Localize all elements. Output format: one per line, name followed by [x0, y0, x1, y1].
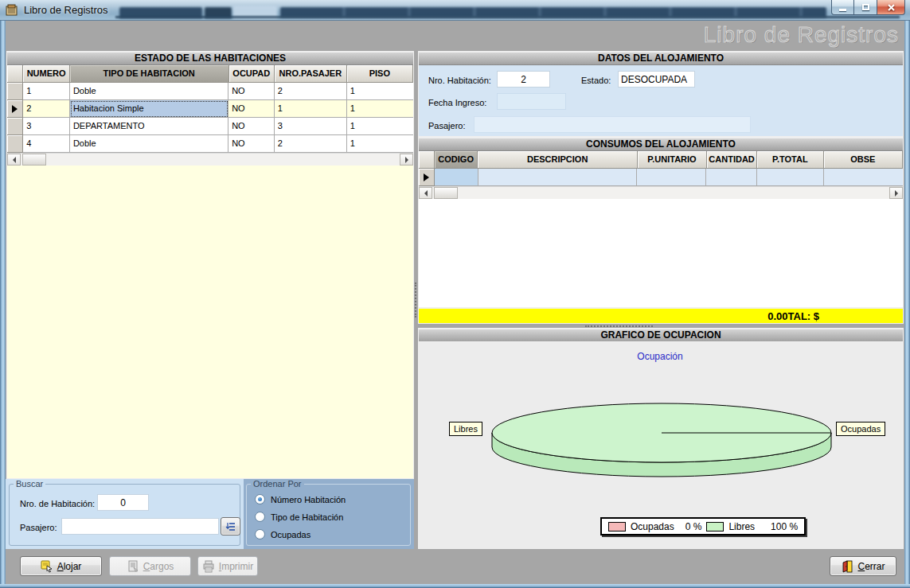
legend-value-ocupadas: 0 %	[685, 521, 702, 532]
cell-piso[interactable]: 1	[347, 100, 413, 118]
scroll-left-button[interactable]	[419, 187, 432, 199]
radio-numero-habitacion[interactable]: Número Habitación	[255, 494, 346, 504]
current-row-arrow-icon	[12, 105, 18, 113]
titlebar[interactable]: Libro de Registros	[0, 0, 910, 21]
cell-numero[interactable]: 1	[23, 83, 70, 100]
cell-piso[interactable]: 1	[347, 118, 413, 135]
cell-cantidad[interactable]	[706, 169, 757, 186]
buscar-groupbox	[9, 484, 240, 546]
grafico-panel-title: GRAFICO DE OCUPACION	[419, 329, 903, 342]
cell-piso[interactable]: 1	[347, 135, 413, 153]
legend-swatch-libres	[706, 522, 724, 532]
datos-panel: DATOS DEL ALOJAMIENTO Nro. Habitación: E…	[418, 51, 904, 137]
consumos-horizontal-scrollbar[interactable]	[419, 186, 903, 199]
imprimir-label: Imprimir	[219, 561, 253, 572]
consumos-header-cantidad[interactable]: CANTIDAD	[707, 151, 757, 169]
fecha-ingreso-field[interactable]	[497, 93, 566, 110]
chart-legend: Ocupadas 0 % Libres 100 %	[600, 517, 806, 535]
list-lookup-icon	[225, 521, 236, 532]
rooms-header-indicator	[7, 65, 23, 83]
consumos-table-header: CODIGO DESCRIPCION P.UNITARIO CANTIDAD P…	[419, 151, 903, 169]
buscar-pasajero-field[interactable]	[61, 518, 219, 535]
scroll-right-button[interactable]	[400, 154, 413, 165]
rooms-header-tipo[interactable]: TIPO DE HABITACION	[70, 65, 229, 83]
cell-pasajeros[interactable]: 2	[275, 135, 347, 153]
background-tabs-baseline	[115, 16, 900, 18]
horizontal-splitter[interactable]	[585, 325, 653, 327]
rooms-horizontal-scrollbar[interactable]	[7, 153, 413, 165]
cell-tipo[interactable]: Doble	[70, 83, 228, 100]
cell-piso[interactable]: 1	[347, 83, 413, 100]
consumos-empty-row[interactable]	[419, 169, 903, 186]
table-row[interactable]: 1 Doble NO 2 1	[7, 83, 413, 100]
cargos-label: Cargos	[143, 561, 174, 572]
cell-punitario[interactable]	[637, 169, 706, 186]
callout-ocupadas: Ocupadas	[836, 422, 885, 436]
consumos-panel-title: CONSUMOS DEL ALOJAMIENTO	[419, 138, 903, 151]
cell-pasajeros[interactable]: 3	[275, 118, 347, 135]
cargos-icon	[127, 560, 139, 573]
rooms-header-pasajeros[interactable]: NRO.PASAJER	[275, 65, 347, 83]
cell-tipo[interactable]: Doble	[70, 135, 228, 153]
cell-pasajeros[interactable]: 2	[275, 83, 347, 100]
cell-tipo[interactable]: DEPARTAMENTO	[70, 118, 228, 135]
row-indicator-cell	[7, 135, 23, 153]
imprimir-button[interactable]: Imprimir	[197, 556, 258, 576]
rooms-header-ocupad[interactable]: OCUPAD	[229, 65, 275, 83]
table-row[interactable]: 3 DEPARTAMENTO NO 3 1	[7, 118, 413, 135]
pasajero-field[interactable]	[474, 116, 751, 133]
cell-ocupado[interactable]: NO	[228, 135, 275, 153]
cell-numero[interactable]: 4	[23, 135, 70, 153]
cell-numero[interactable]: 3	[23, 118, 70, 135]
minimize-icon	[839, 9, 846, 11]
buscar-nro-label: Nro. de Habitación:	[20, 499, 95, 508]
rooms-panel-title: ESTADO DE LAS HABITACIONES	[7, 52, 413, 65]
nro-habitacion-label: Nro. Habitación:	[428, 76, 491, 85]
consumos-header-observacion[interactable]: OBSE	[824, 151, 904, 169]
cell-descripcion[interactable]	[478, 169, 638, 186]
table-row[interactable]: 4 Doble NO 2 1	[7, 135, 413, 153]
cell-ocupado[interactable]: NO	[228, 118, 275, 135]
buscar-section: Buscar Nro. de Habitación: Pasajero:	[6, 479, 244, 549]
cell-numero[interactable]: 2	[23, 100, 70, 118]
close-button[interactable]	[877, 0, 905, 15]
cell-tipo-selected[interactable]: Habitacion Simple	[70, 100, 228, 118]
window-border-left	[0, 21, 6, 584]
vertical-splitter[interactable]	[415, 282, 416, 317]
consumos-header-punitario[interactable]: P.UNITARIO	[638, 151, 707, 169]
cell-codigo[interactable]	[435, 169, 478, 186]
cell-ptotal[interactable]	[757, 169, 823, 186]
alojar-button[interactable]: Alojar	[20, 556, 102, 576]
consumos-header-descripcion[interactable]: DESCRIPCION	[478, 151, 638, 169]
consumos-header-codigo[interactable]: CODIGO	[435, 151, 478, 169]
estado-field[interactable]	[618, 71, 695, 88]
consumos-header-ptotal[interactable]: P.TOTAL	[757, 151, 823, 169]
cell-observacion[interactable]	[824, 169, 903, 186]
rooms-header-piso[interactable]: PISO	[347, 65, 413, 83]
radio-tipo-habitacion[interactable]: Tipo de Habitación	[255, 512, 343, 522]
minimize-button[interactable]	[831, 0, 854, 15]
scroll-right-button[interactable]	[889, 187, 903, 199]
cell-ocupado[interactable]: NO	[228, 83, 275, 100]
maximize-button[interactable]	[854, 0, 877, 15]
scroll-thumb[interactable]	[22, 154, 46, 165]
chart-title: Ocupación	[637, 351, 682, 362]
window-border-bottom	[0, 584, 910, 588]
cell-ocupado[interactable]: NO	[228, 100, 275, 118]
radio-ocupadas[interactable]: Ocupadas	[255, 529, 310, 539]
cargos-button[interactable]: Cargos	[109, 556, 191, 576]
pasajero-lookup-button[interactable]	[221, 517, 240, 535]
nro-habitacion-field[interactable]	[497, 71, 550, 88]
scroll-left-button[interactable]	[7, 154, 21, 165]
buscar-nro-field[interactable]	[97, 494, 149, 511]
buscar-group-title: Buscar	[14, 479, 45, 489]
consumos-header-indicator	[419, 151, 435, 169]
rooms-header-numero[interactable]: NUMERO	[23, 65, 69, 83]
scroll-thumb[interactable]	[434, 187, 458, 199]
caption-buttons	[831, 0, 905, 15]
table-row-selected[interactable]: 2 Habitacion Simple NO 1 1	[7, 100, 413, 118]
fecha-ingreso-label: Fecha Ingreso:	[428, 98, 486, 107]
cell-pasajeros[interactable]: 1	[275, 100, 347, 118]
cerrar-button[interactable]: Cerrar	[830, 556, 896, 576]
arrow-left-icon	[424, 190, 428, 197]
